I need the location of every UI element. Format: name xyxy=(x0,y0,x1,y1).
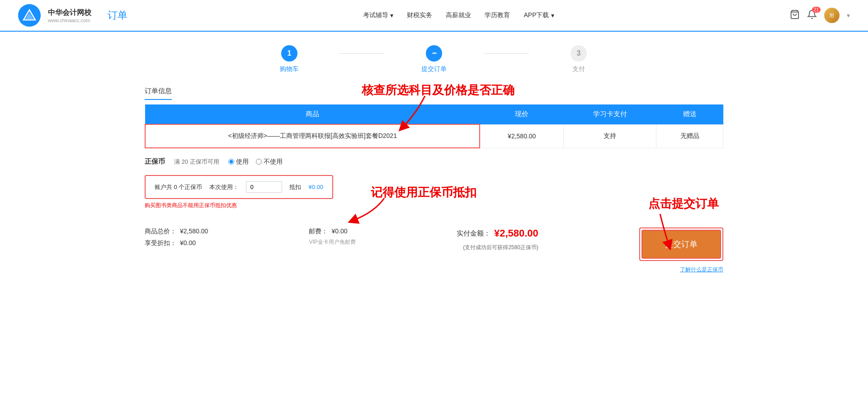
col-price: 现价 xyxy=(480,104,563,124)
nav-tax[interactable]: 财税实务 xyxy=(407,11,432,19)
discount-label: 抵扣 xyxy=(289,183,301,191)
nouse-radio[interactable]: 不使用 xyxy=(256,158,283,166)
nav-exam[interactable]: 考试辅导 ▾ xyxy=(363,11,393,19)
actual-amount: 实付金额： ¥2,580.00 xyxy=(457,227,538,239)
step-circle-pay: 3 xyxy=(571,45,587,62)
nouse-radio-label: 不使用 xyxy=(264,158,283,166)
total-value: ¥2,580.00 xyxy=(180,227,208,236)
notification-badge: 21 xyxy=(812,7,821,13)
learn-link[interactable]: 了解什么是正保币 xyxy=(680,266,723,273)
actual-value: ¥2,580.00 xyxy=(494,227,538,239)
discount-label: 享受折扣： xyxy=(145,239,176,247)
actual-label: 实付金额： xyxy=(457,229,491,238)
bell-icon[interactable]: 21 xyxy=(807,9,817,22)
main-nav: 考试辅导 ▾ 财税实务 高薪就业 学历教育 APP下载 ▾ xyxy=(363,11,554,19)
header-icons: 21 用 ▾ xyxy=(790,8,850,23)
nav-app[interactable]: APP下载 ▾ xyxy=(524,11,554,19)
step-cart: 1 购物车 xyxy=(240,45,339,73)
step-circle-cart: 1 xyxy=(281,45,297,62)
total-row: 商品总价： ¥2,580.00 xyxy=(145,227,208,236)
shipping-label: 邮费： xyxy=(309,227,328,236)
step-label-cart: 购物车 xyxy=(280,65,299,73)
use-radio-input[interactable] xyxy=(228,159,234,165)
summary-left: 商品总价： ¥2,580.00 享受折扣： ¥0.00 xyxy=(145,227,208,247)
order-info-header: 订单信息 xyxy=(145,87,723,100)
avatar-image: 用 xyxy=(824,8,840,23)
this-use-label: 本次使用： xyxy=(209,183,239,191)
col-studycard: 学习卡支付 xyxy=(564,104,656,124)
vip-label: VIP金卡用户免邮费 xyxy=(309,238,355,246)
discount-row: 享受折扣： ¥0.00 xyxy=(145,239,208,247)
header-left: 中华会计网校 www.chinaacc.com 订单 xyxy=(18,4,127,27)
submit-order-button[interactable]: 提交订单 xyxy=(642,230,721,259)
product-gift: 无赠品 xyxy=(656,124,723,148)
shipping-row: 邮费： ¥0.00 xyxy=(309,227,355,236)
nav-job[interactable]: 高薪就业 xyxy=(446,11,471,19)
chevron-down-icon: ▾ xyxy=(390,12,393,19)
step-pay: 3 支付 xyxy=(529,45,628,73)
product-name-cell: <初级经济师>——工商管理两科联报[高效实验班]套餐D2021 xyxy=(145,124,480,148)
step-connector-1 xyxy=(339,53,384,54)
logo-text: 中华会计网校 www.chinaacc.com xyxy=(48,8,91,23)
section-title: 订单信息 xyxy=(145,87,172,100)
product-name: <初级经济师>——工商管理两科联报[高效实验班]套餐D2021 xyxy=(228,132,397,139)
mid-annotation-text: 记得使用正保币抵扣 xyxy=(371,185,476,200)
summary-area: 点击提交订单 商品总价： ¥2,580.00 享受折扣： ¥0.00 xyxy=(145,227,723,261)
main-content: 核查所选科目及价格是否正确 订单信息 商品 现价 学习卡支付 xyxy=(118,87,750,292)
total-label: 商品总价： xyxy=(145,227,176,236)
header: 中华会计网校 www.chinaacc.com 订单 考试辅导 ▾ 财税实务 高… xyxy=(0,0,868,32)
chevron-down-icon-2: ▾ xyxy=(551,12,554,19)
summary-center: 邮费： ¥0.00 VIP金卡用户免邮费 xyxy=(309,227,355,246)
coupon-warning: 购买图书类商品不能用正保币抵扣优惠 xyxy=(145,202,723,209)
coupon-amount-input[interactable] xyxy=(246,181,282,193)
col-product: 商品 xyxy=(145,104,480,124)
nav-edu[interactable]: 学历教育 xyxy=(485,11,510,19)
user-dropdown-icon: ▾ xyxy=(847,12,850,19)
product-price: ¥2,580.00 xyxy=(480,124,563,148)
coupon-available: 满 20 正保币可用 xyxy=(174,158,219,166)
shipping-value: ¥0.00 xyxy=(331,227,347,236)
logo-sub: www.chinaacc.com xyxy=(48,18,91,23)
page-title-header: 订单 xyxy=(108,9,127,22)
learn-link-area: 了解什么是正保币 xyxy=(145,265,723,274)
logo-icon xyxy=(18,4,41,27)
user-avatar[interactable]: 用 xyxy=(824,8,840,23)
cart-icon[interactable] xyxy=(790,9,800,22)
step-circle-submit: ··· xyxy=(426,45,442,62)
summary-right: 实付金额： ¥2,580.00 (支付成功后可获得2580正保币) xyxy=(457,227,538,251)
use-radio-label: 使用 xyxy=(236,158,249,166)
coupon-section: 正保币 满 20 正保币可用 使用 不使用 xyxy=(145,157,723,166)
table-row: <初级经济师>——工商管理两科联报[高效实验班]套餐D2021 ¥2,580.0… xyxy=(145,124,723,148)
coupon-label: 正保币 xyxy=(145,157,165,166)
discount-row-value: ¥0.00 xyxy=(180,239,196,247)
coupon-box: 账户共 0 个正保币 本次使用： 抵扣 ¥0.00 xyxy=(145,175,333,199)
nouse-radio-input[interactable] xyxy=(256,159,262,165)
account-text: 账户共 0 个正保币 xyxy=(155,183,202,191)
logo-name: 中华会计网校 xyxy=(48,8,91,18)
step-submit: ··· 提交订单 xyxy=(384,45,484,73)
points-hint: (支付成功后可获得2580正保币) xyxy=(463,244,538,251)
step-label-submit: 提交订单 xyxy=(421,65,447,73)
submit-btn-wrapper: 提交订单 xyxy=(639,227,723,261)
steps-bar: 1 购物车 ··· 提交订单 3 支付 xyxy=(0,32,868,82)
discount-value: ¥0.00 xyxy=(308,184,323,190)
step-connector-2 xyxy=(484,53,529,54)
table-header-row: 商品 现价 学习卡支付 赠送 xyxy=(145,104,723,124)
product-studycard: 支持 xyxy=(564,124,656,148)
use-radio[interactable]: 使用 xyxy=(228,158,249,166)
step-label-pay: 支付 xyxy=(572,65,585,73)
order-table: 商品 现价 学习卡支付 赠送 <初级经济师>——工商管理两科联报[高效实验班]套… xyxy=(145,104,723,148)
col-gift: 赠送 xyxy=(656,104,723,124)
coupon-radio-group: 使用 不使用 xyxy=(228,158,283,166)
